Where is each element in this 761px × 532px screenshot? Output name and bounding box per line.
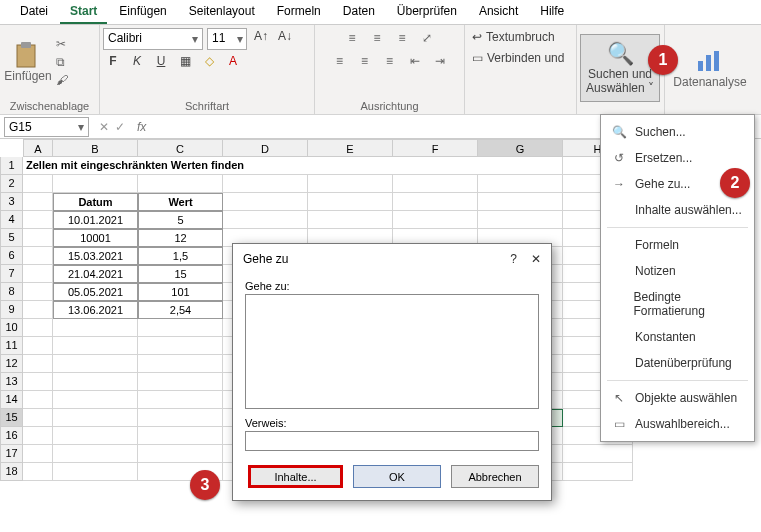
goto-listbox[interactable] [245,294,539,409]
cell[interactable]: 5 [138,211,223,229]
cell[interactable] [308,193,393,211]
cell[interactable] [53,319,138,337]
italic-button[interactable]: K [127,54,147,74]
cell[interactable] [393,175,478,193]
cell[interactable]: 12 [138,229,223,247]
cell[interactable] [53,355,138,373]
cell[interactable] [138,409,223,427]
row-header[interactable]: 10 [0,319,23,337]
cell[interactable] [53,463,138,481]
indent-inc-icon[interactable]: ⇥ [429,51,451,71]
cell[interactable] [23,337,53,355]
copy-icon[interactable]: ⧉ [56,55,68,69]
cell[interactable] [23,409,53,427]
cell[interactable]: 10001 [53,229,138,247]
row-header[interactable]: 6 [0,247,23,265]
cell[interactable] [138,373,223,391]
menu-seitenlayout[interactable]: Seitenlayout [179,0,265,24]
dialog-help-icon[interactable]: ? [510,252,517,266]
menu-formeln[interactable]: Formeln [267,0,331,24]
decrease-font-icon[interactable]: A↓ [275,29,295,49]
dd-ersetzen[interactable]: ↺Ersetzen... [601,145,754,171]
border-button[interactable]: ▦ [175,54,195,74]
cell[interactable]: 2,54 [138,301,223,319]
row-header[interactable]: 4 [0,211,23,229]
cell[interactable] [138,427,223,445]
cell[interactable] [53,427,138,445]
row-header[interactable]: 15 [0,409,23,427]
row-header[interactable]: 13 [0,373,23,391]
data-analysis-button[interactable]: Datenanalyse [668,41,752,95]
dd-konstanten[interactable]: Konstanten [601,324,754,350]
align-bottom-icon[interactable]: ≡ [391,28,413,48]
col-header-e[interactable]: E [308,139,393,157]
cell[interactable] [223,175,308,193]
fill-color-button[interactable]: ◇ [199,54,219,74]
cell[interactable] [23,427,53,445]
col-header-g[interactable]: G [478,139,563,157]
cell[interactable] [563,445,633,463]
col-header-a[interactable]: A [23,139,53,157]
row-header[interactable]: 11 [0,337,23,355]
cell[interactable]: 1,5 [138,247,223,265]
row-header[interactable]: 7 [0,265,23,283]
col-header-b[interactable]: B [53,139,138,157]
row-header[interactable]: 8 [0,283,23,301]
cell[interactable] [23,445,53,463]
row-header[interactable]: 12 [0,355,23,373]
menu-start[interactable]: Start [60,0,107,24]
cell[interactable] [478,175,563,193]
cell[interactable] [308,211,393,229]
row-header[interactable]: 3 [0,193,23,211]
cell[interactable] [478,193,563,211]
cut-icon[interactable]: ✂ [56,37,68,51]
menu-daten[interactable]: Daten [333,0,385,24]
align-center-icon[interactable]: ≡ [354,51,376,71]
cell[interactable] [223,193,308,211]
cell[interactable]: 15 [138,265,223,283]
find-select-button[interactable]: 🔍 Suchen und Auswählen ˅ [580,34,660,102]
cell[interactable] [308,175,393,193]
font-name-select[interactable]: Calibri [103,28,203,50]
cell[interactable] [23,229,53,247]
row-header[interactable]: 1 [0,157,23,175]
cell[interactable]: Wert [138,193,223,211]
menu-ansicht[interactable]: Ansicht [469,0,528,24]
cell[interactable]: 10.01.2021 [53,211,138,229]
cell[interactable] [23,193,53,211]
dd-inhalte[interactable]: Inhalte auswählen... [601,197,754,223]
cell[interactable] [23,265,53,283]
cell[interactable] [563,463,633,481]
cell[interactable] [138,175,223,193]
font-color-button[interactable]: A [223,54,243,74]
align-top-icon[interactable]: ≡ [341,28,363,48]
col-header-d[interactable]: D [223,139,308,157]
cell[interactable] [23,301,53,319]
accept-formula-icon[interactable]: ✓ [115,120,125,134]
cell[interactable] [393,211,478,229]
cell[interactable] [23,391,53,409]
cell[interactable] [138,355,223,373]
menu-ueberpruefen[interactable]: Überprüfen [387,0,467,24]
reference-input[interactable] [245,431,539,451]
col-header-f[interactable]: F [393,139,478,157]
cell[interactable]: 15.03.2021 [53,247,138,265]
cell[interactable] [53,391,138,409]
cell[interactable] [23,247,53,265]
menu-datei[interactable]: Datei [10,0,58,24]
cell[interactable] [53,373,138,391]
cell[interactable] [53,409,138,427]
cell[interactable] [23,355,53,373]
increase-font-icon[interactable]: A↑ [251,29,271,49]
col-header-c[interactable]: C [138,139,223,157]
name-box[interactable]: G15 [4,117,89,137]
underline-button[interactable]: U [151,54,171,74]
cell[interactable] [393,193,478,211]
inhalte-button[interactable]: Inhalte... [248,465,343,488]
cell[interactable] [223,211,308,229]
cell[interactable]: 13.06.2021 [53,301,138,319]
cell[interactable] [138,391,223,409]
cell[interactable]: 05.05.2021 [53,283,138,301]
dd-formeln[interactable]: Formeln [601,232,754,258]
cell[interactable]: Datum [53,193,138,211]
